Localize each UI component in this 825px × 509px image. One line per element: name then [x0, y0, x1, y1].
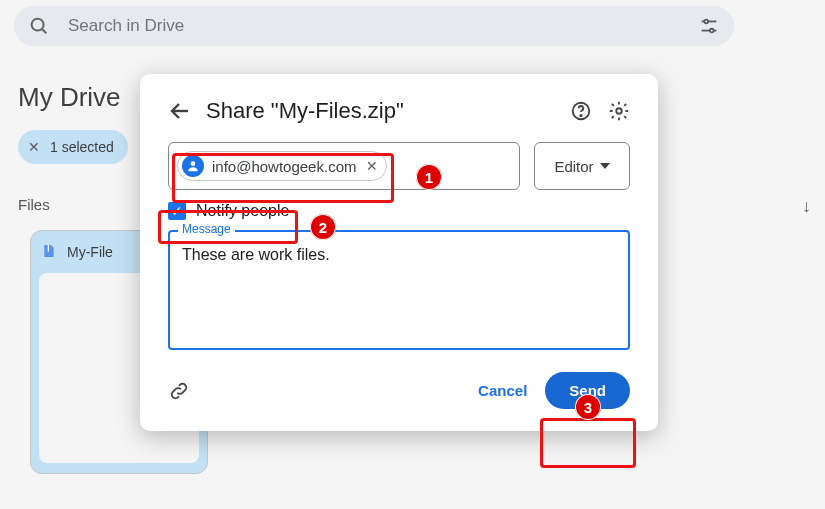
- search-icon: [28, 15, 50, 37]
- svg-point-5: [710, 29, 714, 33]
- gear-icon[interactable]: [608, 100, 630, 122]
- svg-point-10: [616, 108, 622, 114]
- annotation-badge-3: 3: [575, 394, 601, 420]
- svg-line-1: [42, 29, 46, 33]
- close-icon[interactable]: ✕: [28, 139, 40, 155]
- files-heading: Files: [18, 196, 50, 213]
- help-icon[interactable]: [570, 100, 592, 122]
- avatar-icon: [182, 155, 204, 177]
- person-chip[interactable]: info@howtogeek.com ✕: [177, 151, 387, 181]
- message-textarea[interactable]: These are work files.: [168, 230, 630, 350]
- file-name: My-File: [67, 244, 113, 260]
- svg-point-3: [704, 20, 708, 24]
- sort-direction-icon[interactable]: ↓: [802, 196, 811, 217]
- message-field-label: Message: [178, 222, 235, 236]
- remove-chip-icon[interactable]: ✕: [366, 158, 378, 174]
- notify-label: Notify people: [196, 202, 289, 220]
- annotation-badge-2: 2: [310, 214, 336, 240]
- dialog-title: Share "My-Files.zip": [206, 98, 404, 124]
- copy-link-icon[interactable]: [168, 380, 190, 402]
- selection-chip[interactable]: ✕ 1 selected: [18, 130, 128, 164]
- people-input[interactable]: info@howtogeek.com ✕: [168, 142, 520, 190]
- cancel-button[interactable]: Cancel: [466, 374, 539, 407]
- search-options-icon[interactable]: [698, 15, 720, 37]
- search-bar[interactable]: Search in Drive: [14, 6, 734, 46]
- role-label: Editor: [554, 158, 593, 175]
- page-title: My Drive: [18, 82, 121, 113]
- selection-count: 1 selected: [50, 139, 114, 155]
- role-dropdown[interactable]: Editor: [534, 142, 630, 190]
- svg-rect-6: [48, 245, 49, 252]
- svg-point-9: [580, 115, 581, 116]
- chevron-down-icon: [600, 163, 610, 169]
- notify-checkbox[interactable]: ✓: [168, 202, 186, 220]
- back-arrow-icon[interactable]: [168, 99, 192, 123]
- annotation-badge-1: 1: [416, 164, 442, 190]
- search-placeholder: Search in Drive: [68, 16, 184, 36]
- svg-point-11: [191, 161, 196, 166]
- svg-point-0: [32, 19, 44, 31]
- zip-file-icon: [41, 243, 57, 262]
- chip-email: info@howtogeek.com: [212, 158, 356, 175]
- share-dialog: Share "My-Files.zip" info@howtogeek.com …: [140, 74, 658, 431]
